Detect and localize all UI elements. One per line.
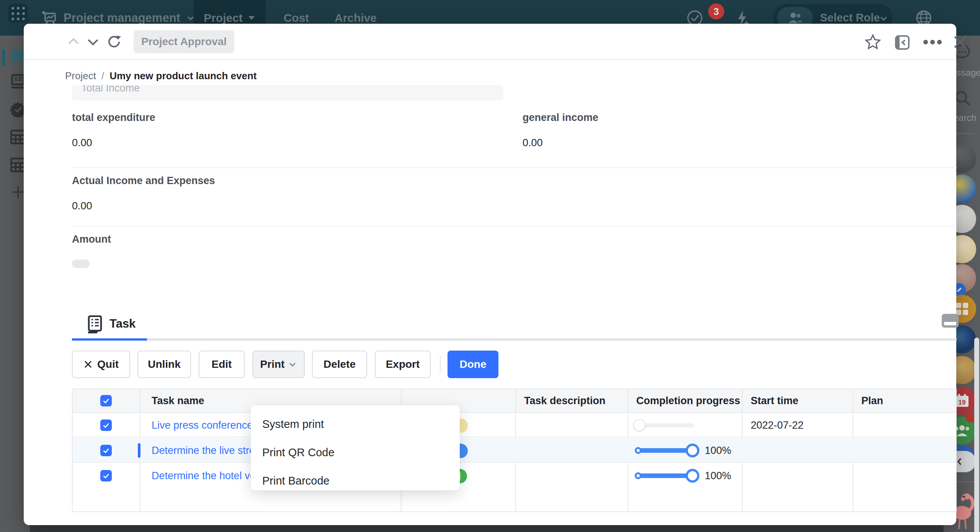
- table-header-row: Task name Task description Completion pr…: [73, 389, 956, 413]
- breadcrumb-separator: /: [101, 70, 104, 82]
- close-icon[interactable]: [952, 34, 969, 51]
- edit-button[interactable]: Edit: [199, 351, 245, 378]
- sidebar-item-table-2[interactable]: [10, 158, 26, 172]
- progress-knob[interactable]: [686, 469, 699, 483]
- select-all-checkbox[interactable]: [100, 395, 112, 406]
- table-row[interactable]: Determine the hotel venue Completed 100%: [73, 463, 956, 488]
- favorite-star-icon[interactable]: [864, 34, 881, 51]
- total-expenditure-label: total expenditure: [72, 112, 155, 124]
- menu-item-print-barcode[interactable]: Print Barcode: [251, 467, 460, 495]
- column-header-plan[interactable]: Plan: [861, 395, 883, 407]
- field-divider-2: [72, 226, 957, 227]
- nav-down-icon[interactable]: [86, 36, 100, 47]
- table-row-selected[interactable]: Determine the live stream s 100%: [73, 438, 956, 463]
- toolbar-divider: [440, 356, 441, 373]
- menu-item-print-qr-code[interactable]: Print QR Code: [251, 438, 460, 467]
- project-approval-modal: Project Approval Project / Umy new produ…: [24, 24, 956, 525]
- progress-knob[interactable]: [633, 419, 645, 431]
- column-header-start-time[interactable]: Start time: [751, 395, 799, 407]
- actual-income-label: Actual Income and Expenses: [72, 175, 215, 187]
- total-income-placeholder: Total Income: [81, 85, 503, 94]
- active-item-indicator: [2, 49, 5, 67]
- screen: Project management Project Cost Archive …: [0, 0, 980, 532]
- progress-start-dot: [635, 447, 642, 454]
- sidebar-item-table-1[interactable]: [10, 130, 26, 144]
- column-header-task-description[interactable]: Task description: [524, 395, 606, 407]
- progress-start-dot: [635, 472, 642, 479]
- row-checkbox[interactable]: [100, 470, 112, 481]
- total-expenditure-value: 0.00: [72, 137, 92, 149]
- people-icon: [787, 11, 803, 24]
- modal-header: Project Approval: [24, 24, 956, 60]
- general-income-label: general income: [523, 112, 598, 124]
- quit-x-icon: [83, 360, 93, 369]
- progress-knob[interactable]: [686, 444, 699, 457]
- task-tab-active-indicator[interactable]: [72, 338, 147, 341]
- nav-up-icon[interactable]: [67, 36, 80, 47]
- app-name: Project management: [64, 11, 180, 25]
- start-time-cell: 2022-07-22: [751, 419, 804, 431]
- task-tabline: [72, 338, 957, 341]
- amount-label: Amount: [72, 233, 111, 245]
- calendar-day: 19: [959, 399, 966, 406]
- task-section-icon: [87, 315, 103, 334]
- total-income-field[interactable]: Total Income: [72, 85, 503, 101]
- notification-badge[interactable]: 3: [708, 3, 724, 20]
- export-button[interactable]: Export: [375, 351, 431, 378]
- active-row-indicator: [138, 443, 140, 458]
- general-income-value: 0.00: [523, 137, 543, 149]
- collapse-panel-icon[interactable]: [894, 34, 910, 51]
- bottom-panel-toggle-icon[interactable]: [942, 314, 959, 328]
- done-button[interactable]: Done: [448, 351, 498, 378]
- refresh-icon[interactable]: [106, 34, 122, 49]
- breadcrumb-current: Umy new product launch event: [109, 70, 256, 82]
- grid-dots-icon: [11, 7, 25, 20]
- modal-scrollbar-thumb[interactable]: [974, 338, 979, 532]
- document-tab[interactable]: Project Approval: [134, 30, 234, 53]
- table-row[interactable]: Live press conference l 2022-07-22: [73, 413, 956, 437]
- unlink-button[interactable]: Unlink: [137, 351, 191, 378]
- row-checkbox[interactable]: [100, 445, 112, 456]
- app-launcher-button[interactable]: [8, 4, 28, 23]
- task-section-title: Task: [109, 317, 136, 331]
- sidebar-add-button[interactable]: [11, 185, 25, 199]
- chevron-down-icon: [288, 360, 297, 369]
- task-table: Task name Task description Completion pr…: [72, 388, 957, 512]
- progress-track-full[interactable]: [637, 473, 693, 478]
- actual-income-value: 0.00: [72, 200, 92, 212]
- menu-item-system-print[interactable]: System print: [251, 410, 460, 438]
- quit-button[interactable]: Quit: [72, 351, 130, 378]
- column-header-completion-progress[interactable]: Completion progress: [636, 395, 740, 407]
- chevron-down-icon: [879, 14, 888, 23]
- delete-button[interactable]: Delete: [312, 351, 367, 378]
- print-button[interactable]: Print: [252, 351, 305, 378]
- column-header-task-name[interactable]: Task name: [152, 395, 204, 407]
- row-checkbox[interactable]: [100, 419, 112, 431]
- more-options-icon[interactable]: [923, 39, 942, 45]
- progress-percent-label: 100%: [705, 445, 731, 457]
- field-divider-1: [72, 167, 957, 168]
- select-role-label: Select Role: [820, 11, 880, 24]
- progress-percent-label: 100%: [705, 470, 731, 482]
- triangle-down-icon: [247, 14, 256, 22]
- task-name-link[interactable]: Live press conference: [152, 419, 253, 431]
- breadcrumb: Project / Umy new product launch event: [65, 69, 256, 83]
- progress-track-full[interactable]: [637, 448, 693, 453]
- breadcrumb-parent[interactable]: Project: [65, 70, 96, 82]
- print-dropdown-menu: System print Print QR Code Print Barcode: [251, 405, 460, 490]
- amount-empty-pill: [72, 259, 90, 268]
